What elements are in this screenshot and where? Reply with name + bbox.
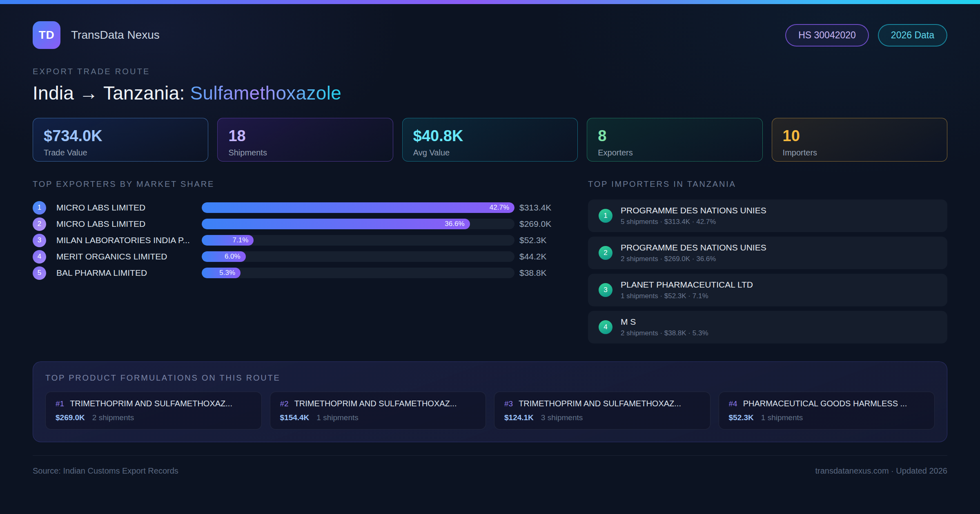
formulation-stats-row: $269.0K 2 shipments	[56, 413, 252, 422]
importer-detail: 5 shipments · $313.4K · 42.7%	[621, 218, 766, 226]
stat-shipments: 18 Shipments	[217, 118, 393, 162]
formulation-shipments: 1 shipments	[316, 413, 358, 422]
exporters-heading: TOP EXPORTERS BY MARKET SHARE	[33, 179, 562, 189]
stat-value: $40.8K	[413, 127, 567, 145]
formulation-card: #4 PHARMACEUTICAL GOODS HARMLESS ... $52…	[719, 392, 935, 430]
formulation-name: TRIMETHOPRIM AND SULFAMETHOXAZ...	[70, 399, 232, 408]
formulation-rank: #2	[280, 399, 289, 408]
formulations-heading: TOP PRODUCT FORMULATIONS ON THIS ROUTE	[45, 373, 935, 383]
rank-badge: 5	[33, 266, 46, 280]
brand: TD TransData Nexus	[33, 21, 160, 49]
exporter-row: 3 MILAN LABORATORIES INDIA P... 7.1% $52…	[33, 232, 562, 248]
exporter-value: $38.8K	[519, 268, 562, 278]
share-percent-label: 36.6%	[445, 220, 464, 228]
top-accent-bar	[0, 0, 980, 4]
importer-detail: 2 shipments · $269.0K · 36.6%	[621, 255, 766, 263]
market-share-bar: 42.7%	[202, 202, 514, 213]
formulations-grid: #1 TRIMETHOPRIM AND SULFAMETHOXAZ... $26…	[45, 392, 935, 430]
formulation-shipments: 3 shipments	[541, 413, 583, 422]
rank-badge: 4	[599, 320, 612, 334]
importer-item: 1 PROGRAMME DES NATIONS UNIES 5 shipment…	[588, 199, 947, 232]
formulation-title-row: #1 TRIMETHOPRIM AND SULFAMETHOXAZ...	[56, 399, 252, 408]
exporter-row: 5 BAL PHARMA LIMITED 5.3% $38.8K	[33, 265, 562, 281]
hs-code-badge[interactable]: HS 30042020	[785, 24, 869, 47]
market-share-fill: 5.3%	[202, 268, 241, 278]
stat-importers: 10 Importers	[772, 118, 947, 162]
importer-item: 4 M S 2 shipments · $38.8K · 5.3%	[588, 311, 947, 343]
exporters-list: 1 MICRO LABS LIMITED 42.7% $313.4K 2 MIC…	[33, 199, 562, 281]
app-name: TransData Nexus	[71, 29, 160, 42]
header-badges: HS 30042020 2026 Data	[785, 24, 947, 47]
market-share-fill: 42.7%	[202, 202, 514, 213]
rank-badge: 4	[33, 250, 46, 264]
exporter-value: $52.3K	[519, 235, 562, 245]
exporter-row: 1 MICRO LABS LIMITED 42.7% $313.4K	[33, 199, 562, 216]
exporter-name: MILAN LABORATORIES INDIA P...	[56, 235, 197, 245]
stat-value: $734.0K	[44, 127, 197, 145]
importers-list: 1 PROGRAMME DES NATIONS UNIES 5 shipment…	[588, 199, 947, 343]
exporters-section: TOP EXPORTERS BY MARKET SHARE 1 MICRO LA…	[33, 179, 562, 343]
formulation-title-row: #2 TRIMETHOPRIM AND SULFAMETHOXAZ...	[280, 399, 476, 408]
product-name-highlight: Sulfamethoxazole	[190, 82, 341, 104]
formulation-name: TRIMETHOPRIM AND SULFAMETHOXAZ...	[294, 399, 457, 408]
formulation-card: #3 TRIMETHOPRIM AND SULFAMETHOXAZ... $12…	[494, 392, 710, 430]
market-share-bar: 6.0%	[202, 251, 514, 262]
formulation-stats-row: $52.3K 1 shipments	[729, 413, 925, 422]
rank-badge: 2	[33, 217, 46, 231]
share-percent-label: 7.1%	[233, 236, 249, 244]
formulation-value: $269.0K	[56, 413, 85, 422]
stat-label: Exporters	[598, 148, 751, 157]
importer-item: 3 PLANET PHARMACEUTICAL LTD 1 shipments …	[588, 274, 947, 306]
market-share-fill: 7.1%	[202, 235, 254, 246]
stat-value: 18	[228, 127, 382, 145]
exporter-name: MERIT ORGANICS LIMITED	[56, 252, 197, 261]
formulation-title-row: #4 PHARMACEUTICAL GOODS HARMLESS ...	[729, 399, 925, 408]
formulation-shipments: 1 shipments	[761, 413, 803, 422]
exporter-name: MICRO LABS LIMITED	[56, 203, 197, 213]
main-columns: TOP EXPORTERS BY MARKET SHARE 1 MICRO LA…	[33, 179, 947, 343]
formulation-name: TRIMETHOPRIM AND SULFAMETHOXAZ...	[519, 399, 681, 408]
rank-badge: 3	[33, 234, 46, 247]
importers-section: TOP IMPORTERS IN TANZANIA 1 PROGRAMME DE…	[588, 179, 947, 343]
footer-source: Source: Indian Customs Export Records	[33, 466, 178, 476]
market-share-fill: 36.6%	[202, 219, 470, 229]
stat-cards: $734.0K Trade Value 18 Shipments $40.8K …	[33, 118, 947, 162]
page-title: India → Tanzania: Sulfamethoxazole	[33, 82, 947, 104]
rank-badge: 2	[599, 246, 612, 260]
market-share-bar: 36.6%	[202, 219, 514, 229]
stat-exporters: 8 Exporters	[587, 118, 762, 162]
market-share-bar: 5.3%	[202, 268, 514, 278]
exporter-value: $44.2K	[519, 252, 562, 261]
share-percent-label: 42.7%	[490, 204, 509, 212]
footer: Source: Indian Customs Export Records tr…	[33, 455, 947, 476]
exporter-name: MICRO LABS LIMITED	[56, 219, 197, 229]
importer-info: PROGRAMME DES NATIONS UNIES 2 shipments …	[621, 243, 766, 263]
formulation-rank: #4	[729, 399, 737, 408]
header: TD TransData Nexus HS 30042020 2026 Data	[33, 21, 947, 49]
exporter-row: 2 MICRO LABS LIMITED 36.6% $269.0K	[33, 216, 562, 232]
stat-trade-value: $734.0K Trade Value	[33, 118, 208, 162]
importer-detail: 2 shipments · $38.8K · 5.3%	[621, 329, 708, 337]
exporter-row: 4 MERIT ORGANICS LIMITED 6.0% $44.2K	[33, 248, 562, 265]
importer-name: PROGRAMME DES NATIONS UNIES	[621, 206, 766, 215]
app-logo: TD	[33, 21, 60, 49]
formulations-panel: TOP PRODUCT FORMULATIONS ON THIS ROUTE #…	[33, 361, 947, 442]
exporter-value: $269.0K	[519, 219, 562, 229]
importer-name: M S	[621, 317, 708, 327]
stat-label: Avg Value	[413, 148, 567, 157]
importer-info: PLANET PHARMACEUTICAL LTD 1 shipments · …	[621, 280, 753, 300]
rank-badge: 1	[599, 209, 612, 223]
eyebrow-label: EXPORT TRADE ROUTE	[33, 67, 947, 76]
formulation-title-row: #3 TRIMETHOPRIM AND SULFAMETHOXAZ...	[504, 399, 700, 408]
formulation-stats-row: $154.4K 1 shipments	[280, 413, 476, 422]
rank-badge: 3	[599, 283, 612, 297]
stat-label: Importers	[783, 148, 936, 157]
importer-name: PLANET PHARMACEUTICAL LTD	[621, 280, 753, 290]
stat-label: Shipments	[228, 148, 382, 157]
data-year-badge[interactable]: 2026 Data	[878, 24, 947, 47]
formulation-card: #2 TRIMETHOPRIM AND SULFAMETHOXAZ... $15…	[270, 392, 486, 430]
importers-heading: TOP IMPORTERS IN TANZANIA	[588, 179, 947, 189]
formulation-card: #1 TRIMETHOPRIM AND SULFAMETHOXAZ... $26…	[45, 392, 262, 430]
importer-info: PROGRAMME DES NATIONS UNIES 5 shipments …	[621, 206, 766, 226]
formulation-name: PHARMACEUTICAL GOODS HARMLESS ...	[743, 399, 907, 408]
